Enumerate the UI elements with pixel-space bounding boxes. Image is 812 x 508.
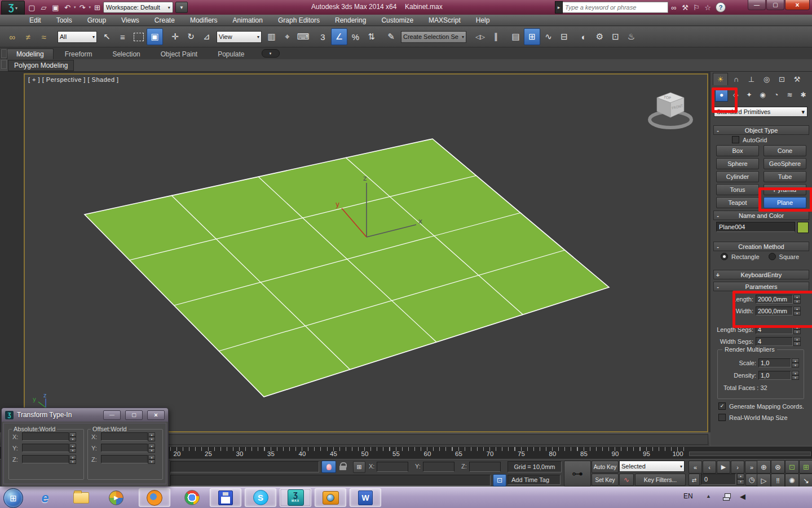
window-crossing-toggle[interactable]: ▣ <box>147 28 163 45</box>
absolute-y-field[interactable] <box>22 444 69 452</box>
project-folder-icon[interactable]: ⊞ <box>91 2 103 13</box>
communication-center-icon[interactable]: ⚐ <box>691 2 702 13</box>
menu-maxscript[interactable]: MAXScript <box>429 16 461 24</box>
status-x-field[interactable] <box>377 462 408 472</box>
menu-rendering[interactable]: Rendering <box>335 16 366 24</box>
minimize-button[interactable]: — <box>748 0 766 10</box>
tab-motion-icon[interactable]: ◎ <box>760 73 774 85</box>
spinner-snap-toggle[interactable]: ⇅ <box>364 29 379 45</box>
scale-field[interactable]: 1,0 <box>758 358 791 367</box>
width-field[interactable]: 2000,0mm <box>756 306 793 316</box>
category-space-warps-icon[interactable]: ≋ <box>784 89 796 101</box>
dialog-minimize-button[interactable]: — <box>103 410 121 420</box>
object-name-field[interactable]: Plane004 <box>716 222 795 232</box>
geosphere-button[interactable]: GeoSphere <box>764 158 806 169</box>
next-frame-button[interactable]: › <box>731 461 744 474</box>
frame-spinner[interactable]: ▴▾ <box>737 474 744 485</box>
ribbon-toggle-icon[interactable]: ⊞ <box>524 28 540 45</box>
absolute-offset-toggle[interactable]: ⊞ <box>353 461 365 473</box>
square-radio[interactable]: Square <box>769 253 799 260</box>
select-and-link-icon[interactable]: ∞ <box>5 29 20 45</box>
density-spinner[interactable]: ▴▾ <box>792 371 799 380</box>
layer-manager-icon[interactable]: ▤ <box>508 29 523 45</box>
menu-group[interactable]: Group <box>87 16 106 24</box>
menu-help[interactable]: Help <box>476 16 490 24</box>
sphere-button[interactable]: Sphere <box>716 158 759 169</box>
field-of-view-button[interactable]: ▷ <box>757 474 771 487</box>
width-segs-field[interactable]: 4 <box>756 337 793 346</box>
zoom-button[interactable]: ⊕ <box>757 460 771 474</box>
menu-edit[interactable]: Edit <box>29 16 41 24</box>
category-geometry-icon[interactable]: ● <box>715 89 728 102</box>
offset-y-spinner[interactable]: ▴▾ <box>148 444 155 452</box>
taskbar-screenshot-tool[interactable] <box>315 488 346 507</box>
rectangle-radio[interactable]: Rectangle <box>721 253 760 260</box>
undo-icon[interactable]: ↶ <box>61 2 73 13</box>
offset-z-field[interactable] <box>101 455 148 463</box>
selection-region-icon[interactable] <box>131 29 146 45</box>
save-file-icon[interactable]: ▣ <box>50 2 61 13</box>
set-key-button[interactable]: Set Key <box>592 474 619 486</box>
dialog-close-button[interactable]: × <box>147 410 165 420</box>
plane-object[interactable]: z x y z y <box>25 75 707 431</box>
percent-snap-toggle[interactable]: % <box>348 29 363 45</box>
workspace-dropdown[interactable]: Workspace: Default ▾ <box>103 2 173 13</box>
workspace-flag-button[interactable]: ▼ <box>175 2 188 13</box>
taskbar-ie[interactable]: e <box>29 488 61 507</box>
taskbar-word[interactable]: W <box>350 488 381 507</box>
key-filters-button[interactable]: Key Filters... <box>635 474 686 486</box>
taskbar-3dsmax[interactable]: Ʒ MAX <box>280 488 311 507</box>
bind-to-space-warp-icon[interactable]: ≈ <box>36 29 51 45</box>
tab-utilities-icon[interactable]: ⚒ <box>790 73 804 85</box>
zoom-extents-button[interactable]: ⊡ <box>785 460 799 474</box>
set-keys-button[interactable]: ⊶ <box>564 461 591 487</box>
absolute-x-spinner[interactable]: ▴▾ <box>69 432 76 441</box>
time-configuration-button[interactable]: ◷ <box>745 474 758 486</box>
pyramid-button[interactable]: Pyramid <box>764 184 806 195</box>
real-world-map-checkbox[interactable]: ✓ Real-World Map Size <box>718 414 788 421</box>
generate-mapping-checkbox[interactable]: ✓ Generate Mapping Coords. <box>718 402 804 410</box>
orbit-button[interactable]: ✺ <box>785 474 799 487</box>
offset-x-field[interactable] <box>101 432 148 441</box>
mirror-icon[interactable]: ◁▷ <box>473 29 488 45</box>
menu-tools[interactable]: Tools <box>56 16 72 24</box>
reference-coordinate-dropdown[interactable]: View ▾ <box>217 31 262 43</box>
select-object-icon[interactable]: ↖ <box>99 29 114 45</box>
open-file-icon[interactable]: ▱ <box>38 2 50 13</box>
taskbar-media-player[interactable]: ▶ <box>100 488 132 507</box>
subscription-wrench-icon[interactable]: ⚒ <box>679 2 691 13</box>
maximize-viewport-toggle[interactable]: ↘ <box>799 474 812 487</box>
absolute-z-field[interactable] <box>22 455 69 463</box>
taskbar-explorer[interactable] <box>65 488 97 507</box>
pan-view-button[interactable]: ‼ <box>771 474 785 487</box>
network-icon[interactable] <box>723 493 731 501</box>
track-bar-scroll[interactable] <box>689 452 811 456</box>
length-segs-spinner[interactable]: ▴▾ <box>793 325 801 334</box>
align-icon[interactable]: ∥ <box>488 29 504 45</box>
favorites-star-icon[interactable]: ☆ <box>702 2 713 13</box>
offset-x-spinner[interactable]: ▴▾ <box>148 432 155 441</box>
length-spinner[interactable]: ▴▾ <box>793 295 801 304</box>
named-selection-sets-dropdown[interactable]: Create Selection Se ▾ <box>401 31 466 43</box>
category-systems-icon[interactable]: ✱ <box>797 89 809 101</box>
plane-button[interactable]: Plane <box>764 197 806 208</box>
category-cameras-icon[interactable]: ◉ <box>757 89 769 101</box>
tube-button[interactable]: Tube <box>764 171 806 182</box>
rollout-name-and-color[interactable]: - Name and Color <box>713 211 809 220</box>
taskbar-save-app[interactable] <box>210 488 241 507</box>
length-segs-field[interactable]: 4 <box>756 325 793 334</box>
curve-editor-icon[interactable]: ∿ <box>541 29 556 45</box>
menu-modifiers[interactable]: Modifiers <box>190 16 218 24</box>
taskbar-firefox[interactable] <box>139 488 170 507</box>
app-logo-button[interactable]: Ʒ ▾ <box>1 1 25 15</box>
taskbar-chrome[interactable] <box>176 488 208 507</box>
select-by-name-icon[interactable]: ≡ <box>115 29 130 45</box>
cylinder-button[interactable]: Cylinder <box>716 171 759 182</box>
isolate-selection-toggle[interactable] <box>321 461 336 473</box>
snaps-toggle-icon[interactable]: 3 <box>315 29 330 45</box>
redo-icon[interactable]: ↷ <box>77 2 89 13</box>
teapot-button[interactable]: Teapot <box>716 197 759 208</box>
zoom-extents-all-button[interactable]: ⊞ <box>799 460 812 474</box>
menu-animation[interactable]: Animation <box>233 16 263 24</box>
select-and-move-icon[interactable]: ✛ <box>167 29 183 45</box>
